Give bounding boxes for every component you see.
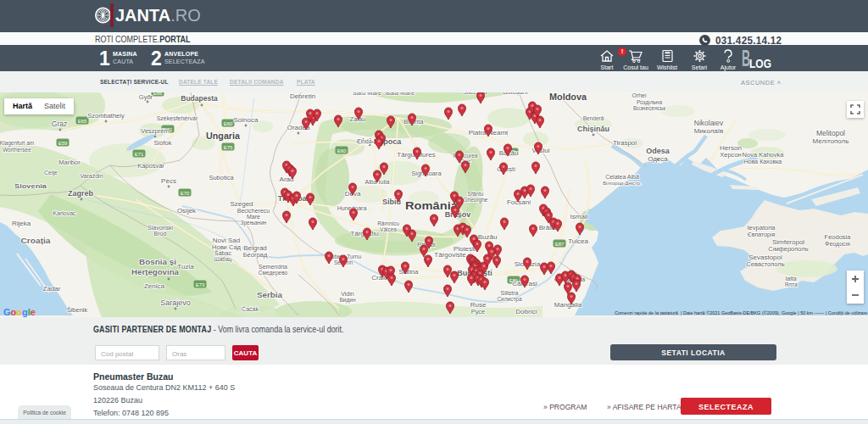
svg-text:Moldova: Moldova <box>549 92 587 102</box>
svg-text:Gheorghe: Gheorghe <box>464 197 488 204</box>
svg-text:Veszprém: Veszprém <box>141 127 169 135</box>
svg-text:Вознесенськ: Вознесенськ <box>633 105 665 111</box>
svg-text:Pécs: Pécs <box>161 177 176 185</box>
svg-text:Феодосія: Феодосія <box>825 241 850 248</box>
svg-text:Becicherecu: Becicherecu <box>237 208 270 214</box>
svg-text:Botoșani: Botoșani <box>503 92 528 96</box>
svg-text:Zadar: Zadar <box>43 285 61 293</box>
svg-text:Севастополь: Севастополь <box>746 260 784 268</box>
svg-text:Шабац: Шабац <box>214 256 232 263</box>
svg-text:Târgoviște: Târgoviște <box>434 251 466 259</box>
svg-text:Győr: Győr <box>139 93 153 101</box>
svg-text:Nikolaiev: Nikolaiev <box>694 119 724 127</box>
svg-text:Силистра: Силистра <box>497 296 522 303</box>
svg-text:Ismail: Ismail <box>570 213 588 220</box>
svg-text:Нова Каховка: Нова Каховка <box>744 159 782 165</box>
svg-text:Buzău: Buzău <box>478 233 498 241</box>
svg-text:Osijek: Osijek <box>177 207 197 215</box>
svg-text:Graz: Graz <box>52 120 67 128</box>
svg-text:Nova Kahovka: Nova Kahovka <box>743 151 785 159</box>
svg-text:Klagenfurt am: Klagenfurt am <box>0 140 34 147</box>
svg-text:Celje: Celje <box>44 170 58 176</box>
svg-text:Dobrici: Dobrici <box>516 308 537 315</box>
svg-text:Vidin: Vidin <box>341 291 354 297</box>
svg-text:Subotica: Subotica <box>209 174 234 181</box>
svg-text:Varaždin: Varaždin <box>80 173 103 179</box>
svg-text:Русе: Русе <box>471 308 486 315</box>
svg-text:Solnoca: Solnoca <box>234 116 259 124</box>
svg-text:Bosnia și: Bosnia și <box>139 257 176 266</box>
svg-text:E65: E65 <box>78 119 87 124</box>
svg-text:Debrețin: Debrețin <box>290 92 315 100</box>
svg-text:E71: E71 <box>135 152 144 157</box>
svg-text:Satu Mare: Satu Mare <box>353 92 382 97</box>
svg-text:Београд: Београд <box>243 251 268 259</box>
svg-text:Croația: Croația <box>21 236 52 245</box>
svg-text:Chișinău: Chișinău <box>577 125 609 133</box>
svg-text:Vâlcea: Vâlcea <box>380 226 397 232</box>
svg-text:Šabac: Šabac <box>214 249 231 256</box>
svg-text:Sarajevo: Sarajevo <box>160 298 191 307</box>
svg-text:Херсон: Херсон <box>720 151 742 159</box>
svg-text:E66: E66 <box>153 92 163 96</box>
svg-text:Budapesta: Budapesta <box>181 94 218 103</box>
svg-text:Slovenia: Slovenia <box>14 182 47 190</box>
svg-text:Сімферополь: Сімферополь <box>768 245 808 253</box>
svg-text:Tuzla: Tuzla <box>177 263 194 271</box>
svg-text:Tiraspol: Tiraspol <box>613 139 637 147</box>
svg-text:Melitopol: Melitopol <box>816 129 845 137</box>
svg-text:Rijeka: Rijeka <box>12 220 31 227</box>
svg-text:Tulcea: Tulcea <box>568 237 588 245</box>
svg-text:Видин: Видин <box>340 297 356 304</box>
svg-text:Tinda: Tinda <box>357 138 371 144</box>
svg-text:Зрењанин: Зрењанин <box>241 220 267 226</box>
svg-text:Silistra: Silistra <box>500 290 518 296</box>
svg-text:Čačak: Čačak <box>242 305 259 312</box>
svg-text:Zagreb: Zagreb <box>68 189 94 198</box>
svg-text:E75: E75 <box>224 145 233 150</box>
svg-text:Смедерево: Смедерево <box>259 270 288 276</box>
svg-text:Maribor: Maribor <box>58 159 81 166</box>
svg-text:Benderă: Benderă <box>583 115 604 121</box>
svg-text:Ievpatoria: Ievpatoria <box>748 224 776 232</box>
svg-text:Ялта: Ялта <box>784 282 797 287</box>
svg-text:Celatea Albă: Celatea Albă <box>605 174 639 180</box>
svg-text:Mangalia: Mangalia <box>554 301 582 309</box>
svg-text:Білгород-Дністр.: Білгород-Дністр. <box>603 181 642 186</box>
svg-text:Râmnicu: Râmnicu <box>377 220 399 226</box>
svg-text:Zenica: Zenica <box>144 282 165 290</box>
svg-text:Szombathely: Szombathely <box>87 112 125 120</box>
svg-text:E70: E70 <box>181 191 190 196</box>
svg-text:Kaposvár: Kaposvár <box>137 162 164 170</box>
svg-text:Herțegovina: Herțegovina <box>131 267 180 276</box>
svg-text:Szeged: Szeged <box>230 200 253 208</box>
svg-text:Feodosia: Feodosia <box>825 233 852 241</box>
svg-text:E60: E60 <box>337 148 347 153</box>
svg-text:Karlovac: Karlovac <box>53 210 76 216</box>
svg-text:Orhei: Orhei <box>632 92 647 98</box>
svg-text:Wörthersee: Wörthersee <box>3 147 31 153</box>
svg-text:Székesfehérvár: Székesfehérvár <box>157 115 198 121</box>
svg-text:Brod: Brod <box>154 231 167 237</box>
svg-text:Миколаїв: Миколаїв <box>694 127 724 135</box>
svg-text:Євпаторія: Євпаторія <box>748 232 776 238</box>
svg-text:E73: E73 <box>196 282 205 287</box>
svg-text:Siófok: Siófok <box>154 139 172 147</box>
svg-text:Sfântu: Sfântu <box>468 191 484 197</box>
svg-text:Odesa: Odesa <box>646 147 670 155</box>
svg-text:Ungaria: Ungaria <box>206 131 240 141</box>
svg-text:Mare: Mare <box>247 214 260 220</box>
svg-text:Slatina: Slatina <box>399 268 420 276</box>
svg-text:E87: E87 <box>555 242 565 247</box>
svg-text:Ialta: Ialta <box>785 276 796 282</box>
svg-text:Serbia: Serbia <box>257 290 283 299</box>
svg-text:Semendria: Semendria <box>259 264 287 270</box>
svg-text:Baia Mare: Baia Mare <box>386 92 415 97</box>
svg-text:E60: E60 <box>224 121 233 126</box>
svg-text:Šibenik: Šibenik <box>67 306 88 314</box>
svg-text:Мелітополь: Мелітополь <box>813 137 849 145</box>
svg-text:E59: E59 <box>58 141 68 146</box>
svg-text:Slavonski: Slavonski <box>147 225 173 231</box>
